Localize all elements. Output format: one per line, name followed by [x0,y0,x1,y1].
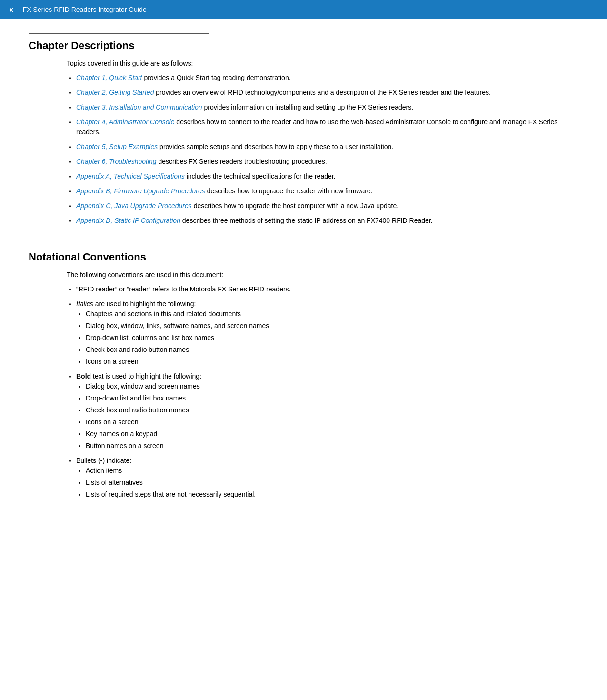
list-item: Lists of required steps that are not nec… [86,490,578,500]
chapter6-desc: describes FX Series readers troubleshoot… [157,158,327,165]
italics-sub-list: Chapters and sections in this and relate… [86,309,578,367]
list-item: Chapter 3, Installation and Communicatio… [76,102,578,112]
appendixc-desc: describes how to upgrade the host comput… [192,202,398,210]
list-item: Icons on a screen [86,417,578,427]
list-item: Bold text is used to highlight the follo… [76,371,578,451]
list-item: Key names on a keypad [86,429,578,439]
list-item: Dialog box, window, links, software name… [86,321,578,331]
list-item: Chapter 6, Troubleshooting describes FX … [76,157,578,167]
list-item: Appendix B, Firmware Upgrade Procedures … [76,186,578,196]
list-item: Button names on a screen [86,441,578,451]
notational-conventions-intro: The following conventions are used in th… [67,271,578,279]
convention-bold-text: text is used to highlight the following: [91,372,201,380]
chapter-list: Chapter 1, Quick Start provides a Quick … [76,73,578,226]
appendixb-link[interactable]: Appendix B, Firmware Upgrade Procedures [76,187,205,195]
header-title: FX Series RFID Readers Integrator Guide [23,6,147,13]
header-bar: x FX Series RFID Readers Integrator Guid… [0,0,607,19]
section-divider-2 [29,245,209,245]
list-item: Check box and radio button names [86,345,578,355]
list-item: Appendix C, Java Upgrade Procedures desc… [76,201,578,211]
list-item: Dialog box, window and screen names [86,381,578,391]
convention-bullets-text: Bullets (•) indicate: [76,457,131,464]
list-item: Chapter 1, Quick Start provides a Quick … [76,73,578,83]
list-item: Check box and radio button names [86,405,578,415]
list-item: Chapters and sections in this and relate… [86,309,578,319]
section-divider [29,33,209,34]
chapter6-link[interactable]: Chapter 6, Troubleshooting [76,158,157,165]
page-number: x [10,6,13,13]
list-item: Icons on a screen [86,357,578,367]
list-item: Chapter 5, Setup Examples provides sampl… [76,142,578,152]
list-item: “RFID reader” or “reader” refers to the … [76,284,578,294]
convention-italics-text: are used to highlight the following: [93,300,196,308]
list-item: Bullets (•) indicate: Action items Lists… [76,456,578,500]
conventions-list: “RFID reader” or “reader” refers to the … [76,284,578,500]
bullets-sub-list: Action items Lists of alternatives Lists… [86,466,578,500]
list-item: Lists of alternatives [86,478,578,488]
list-item: Drop-down list, columns and list box nam… [86,333,578,343]
chapter2-desc: provides an overview of RFID technology/… [154,89,490,96]
convention-rfid-text: “RFID reader” or “reader” refers to the … [76,285,290,293]
chapter5-link[interactable]: Chapter 5, Setup Examples [76,143,158,150]
convention-italics-label: Italics [76,300,93,308]
list-item: Appendix A, Technical Specifications inc… [76,171,578,181]
chapter1-link[interactable]: Chapter 1, Quick Start [76,74,142,81]
appendixc-link[interactable]: Appendix C, Java Upgrade Procedures [76,202,192,210]
chapter1-desc: provides a Quick Start tag reading demon… [142,74,291,81]
chapter3-link[interactable]: Chapter 3, Installation and Communicatio… [76,103,202,111]
bold-sub-list: Dialog box, window and screen names Drop… [86,381,578,451]
chapter2-link[interactable]: Chapter 2, Getting Started [76,89,154,96]
chapter5-desc: provides sample setups and describes how… [158,143,393,150]
list-item: Action items [86,466,578,476]
main-content: Chapter Descriptions Topics covered in t… [0,19,607,538]
notational-conventions-title: Notational Conventions [29,251,578,263]
appendixa-desc: includes the technical specifications fo… [185,172,336,180]
list-item: Chapter 4, Administrator Console describ… [76,117,578,137]
appendixa-link[interactable]: Appendix A, Technical Specifications [76,172,185,180]
appendixd-desc: describes three methods of setting the s… [180,217,433,224]
chapter-descriptions-section: Chapter Descriptions Topics covered in t… [29,33,578,226]
convention-bold-label: Bold [76,372,91,380]
appendixb-desc: describes how to upgrade the reader with… [205,187,373,195]
list-item: Drop-down list and list box names [86,393,578,403]
appendixd-link[interactable]: Appendix D, Static IP Configuration [76,217,180,224]
chapter4-link[interactable]: Chapter 4, Administrator Console [76,118,174,126]
list-item: Appendix D, Static IP Configuration desc… [76,216,578,226]
list-item: Chapter 2, Getting Started provides an o… [76,88,578,98]
chapter3-desc: provides information on installing and s… [202,103,414,111]
notational-conventions-section: Notational Conventions The following con… [29,245,578,500]
list-item: Italics are used to highlight the follow… [76,299,578,367]
chapter-descriptions-intro: Topics covered in this guide are as foll… [67,60,578,67]
chapter-descriptions-title: Chapter Descriptions [29,40,578,52]
